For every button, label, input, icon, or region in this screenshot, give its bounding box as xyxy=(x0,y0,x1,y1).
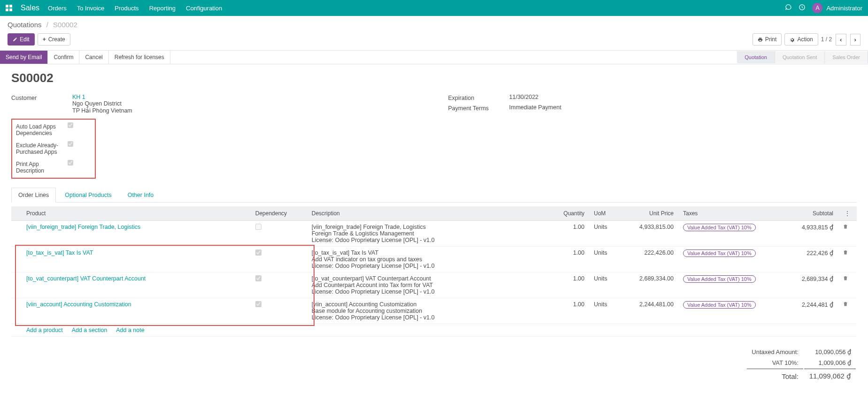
pager-text: 1 / 2 xyxy=(821,36,832,43)
trash-icon[interactable] xyxy=(843,276,848,282)
printdesc-checkbox xyxy=(68,160,73,166)
edit-button[interactable]: Edit xyxy=(8,33,35,45)
product-link[interactable]: [viin_account] Accounting Customization xyxy=(26,301,131,308)
table-row[interactable]: [to_tax_is_vat] Tax Is VAT [to_tax_is_va… xyxy=(11,247,857,272)
table-wrap: Product Dependency Description Quantity … xyxy=(11,206,857,337)
untaxed-label: Untaxed Amount: xyxy=(747,347,803,357)
description-cell: [viin_foreign_trade] Foreign Trade, Logi… xyxy=(307,221,542,247)
quantity-cell: 1.00 xyxy=(542,272,589,298)
unitprice-cell: 222,426.00 xyxy=(622,247,678,272)
status-sales-order[interactable]: Sales Order xyxy=(825,51,868,63)
cancel-button[interactable]: Cancel xyxy=(79,51,108,64)
customer-link[interactable]: KH 1 xyxy=(72,94,85,100)
form-sheet: S00002 Customer KH 1 Ngo Quyen District … xyxy=(0,71,868,392)
action-button[interactable]: Action xyxy=(784,33,818,45)
create-button[interactable]: + Create xyxy=(38,33,70,45)
nav-item-toinvoice[interactable]: To Invoice xyxy=(77,5,105,12)
table-row[interactable]: [viin_foreign_trade] Foreign Trade, Logi… xyxy=(11,221,857,247)
table-row[interactable]: [to_vat_counterpart] VAT Counterpart Acc… xyxy=(11,272,857,298)
breadcrumb-current: S00002 xyxy=(53,21,77,29)
pager-prev[interactable]: ‹ xyxy=(836,34,846,45)
tab-other-info[interactable]: Other Info xyxy=(121,188,161,203)
send-email-button[interactable]: Send by Email xyxy=(0,51,48,64)
table-row[interactable]: [viin_account] Accounting Customization … xyxy=(11,298,857,324)
record-title: S00002 xyxy=(11,71,857,85)
user-name: Administrator xyxy=(826,5,862,12)
tab-optional-products[interactable]: Optional Products xyxy=(58,188,118,203)
quantity-cell: 1.00 xyxy=(542,298,589,324)
th-unitprice: Unit Price xyxy=(622,206,678,221)
unitprice-cell: 4,933,815.00 xyxy=(622,221,678,247)
status-quotation[interactable]: Quotation xyxy=(737,51,775,63)
tabs: Order Lines Optional Products Other Info xyxy=(11,187,857,203)
add-section-link[interactable]: Add a section xyxy=(72,327,108,333)
apps-icon[interactable] xyxy=(6,5,12,11)
label-exclude: Exclude Already-Purchased Apps xyxy=(16,141,68,155)
messages-icon[interactable] xyxy=(785,4,792,12)
nav-brand[interactable]: Sales xyxy=(21,4,39,12)
breadcrumb-parent[interactable]: Quotations xyxy=(8,21,42,29)
tax-tag: Value Added Tax (VAT) 10% xyxy=(683,275,756,283)
form-right: Expiration 11/30/2022 Payment Terms Imme… xyxy=(448,94,857,179)
trash-icon[interactable] xyxy=(843,250,848,257)
subtotal-cell: 222,426 ₫ xyxy=(782,247,838,272)
label-autoload: Auto Load Apps Dependencies xyxy=(16,122,68,136)
confirm-button[interactable]: Confirm xyxy=(48,51,79,64)
product-link[interactable]: [to_vat_counterpart] VAT Counterpart Acc… xyxy=(26,275,146,282)
subtotal-cell: 2,244,481 ₫ xyxy=(782,298,838,324)
unitprice-cell: 2,689,334.00 xyxy=(622,272,678,298)
th-taxes: Taxes xyxy=(678,206,782,221)
tax-tag: Value Added Tax (VAT) 10% xyxy=(683,301,756,309)
options-box: Auto Load Apps Dependencies Exclude Alre… xyxy=(11,119,96,179)
nav-menu: Orders To Invoice Products Reporting Con… xyxy=(48,5,222,12)
nav-item-reporting[interactable]: Reporting xyxy=(149,5,176,12)
refresh-licenses-button[interactable]: Refresh for licenses xyxy=(109,51,170,64)
total-value: 11,099,062 ₫ xyxy=(804,369,856,382)
form-left: Customer KH 1 Ngo Quyen District TP Hải … xyxy=(11,94,420,179)
status-quotation-sent[interactable]: Quotation Sent xyxy=(775,51,825,63)
product-link[interactable]: [viin_foreign_trade] Foreign Trade, Logi… xyxy=(26,224,140,230)
pager-next[interactable]: › xyxy=(850,34,860,45)
exclude-checkbox xyxy=(68,141,73,147)
total-label: Total: xyxy=(747,369,803,382)
nav-item-orders[interactable]: Orders xyxy=(48,5,67,12)
description-cell: [viin_account] Accounting CustomizationB… xyxy=(307,298,542,324)
uom-cell: Units xyxy=(589,247,622,272)
th-product: Product xyxy=(22,206,251,221)
product-link[interactable]: [to_tax_is_vat] Tax Is VAT xyxy=(26,250,93,256)
tax-tag: Value Added Tax (VAT) 10% xyxy=(683,224,756,231)
tax-tag: Value Added Tax (VAT) 10% xyxy=(683,250,756,257)
add-product-link[interactable]: Add a product xyxy=(26,327,63,333)
activity-icon[interactable] xyxy=(799,4,806,12)
nav-item-configuration[interactable]: Configuration xyxy=(186,5,222,12)
th-subtotal: Subtotal xyxy=(782,206,838,221)
label-payment-terms: Payment Terms xyxy=(448,104,509,112)
breadcrumb: Quotations / S00002 xyxy=(8,21,860,29)
edit-label: Edit xyxy=(20,36,30,43)
value-payment-terms: Immediate Payment xyxy=(509,104,857,111)
untaxed-value: 10,090,056 ₫ xyxy=(804,347,856,357)
vat-value: 1,009,006 ₫ xyxy=(804,358,856,368)
top-nav: Sales Orders To Invoice Products Reporti… xyxy=(0,0,868,16)
tab-order-lines[interactable]: Order Lines xyxy=(11,188,56,203)
subtotal-cell: 4,933,815 ₫ xyxy=(782,221,838,247)
customer-address2: TP Hải Phòng Vietnam xyxy=(72,107,132,114)
kebab-icon[interactable]: ⋮ xyxy=(843,210,852,217)
unitprice-cell: 2,244,481.00 xyxy=(622,298,678,324)
label-printdesc: Print App Description xyxy=(16,160,68,174)
order-lines-table: Product Dependency Description Quantity … xyxy=(11,206,857,337)
user-menu[interactable]: A Administrator xyxy=(812,3,862,13)
trash-icon[interactable] xyxy=(843,224,848,231)
quantity-cell: 1.00 xyxy=(542,221,589,247)
th-quantity: Quantity xyxy=(542,206,589,221)
customer-address1: Ngo Quyen District xyxy=(72,100,122,107)
print-button[interactable]: Print xyxy=(753,33,782,45)
trash-icon[interactable] xyxy=(843,302,848,308)
add-note-link[interactable]: Add a note xyxy=(116,327,144,333)
autoload-checkbox xyxy=(68,122,73,128)
nav-right: A Administrator xyxy=(785,3,862,13)
description-cell: [to_tax_is_vat] Tax Is VATAdd VAT indica… xyxy=(307,247,542,272)
nav-item-products[interactable]: Products xyxy=(115,5,138,12)
vat-label: VAT 10%: xyxy=(747,358,803,368)
uom-cell: Units xyxy=(589,272,622,298)
